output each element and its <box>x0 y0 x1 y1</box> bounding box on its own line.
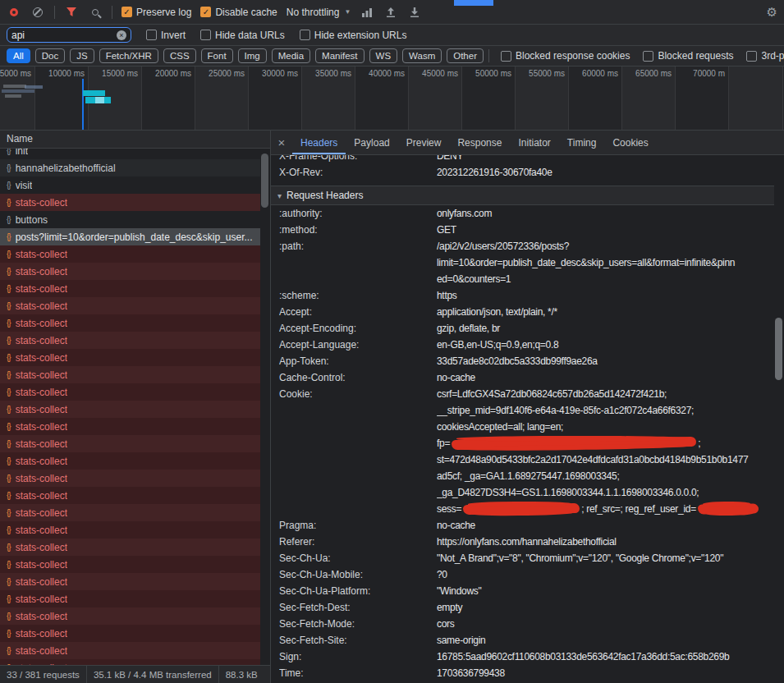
header-value: empty <box>437 599 774 616</box>
import-har-button[interactable] <box>383 5 398 20</box>
request-row[interactable]: {} stats-collect <box>0 607 260 625</box>
hide-data-urls-checkbox[interactable]: Hide data URLs <box>200 30 285 41</box>
request-row[interactable]: {} stats-collect <box>0 556 260 573</box>
record-button[interactable] <box>7 5 21 20</box>
details-tab[interactable]: Payload <box>346 131 397 154</box>
request-row[interactable]: {} visit <box>0 176 260 194</box>
settings-gear-icon[interactable]: ⚙ <box>767 5 777 20</box>
header-name: Sec-Ch-Ua-Platform: <box>279 583 437 599</box>
request-row[interactable]: {} stats-collect <box>0 487 260 504</box>
header-row: Sec-Fetch-Dest: empty <box>271 599 774 616</box>
search-button[interactable] <box>88 5 103 20</box>
type-filter-chip[interactable]: WS <box>369 48 398 63</box>
request-row[interactable]: {} stats-collect <box>0 383 260 401</box>
request-row[interactable]: {} stats-collect <box>0 435 260 452</box>
scrollbar-thumb[interactable] <box>775 318 782 380</box>
script-braces-icon: {} <box>7 181 11 190</box>
toolbar-divider <box>54 6 55 19</box>
type-filter-chip[interactable]: Fetch/XHR <box>99 48 158 63</box>
funnel-icon <box>66 7 77 17</box>
request-row[interactable]: {} buttons <box>0 211 260 228</box>
request-row[interactable]: {} stats-collect <box>0 659 260 665</box>
request-list-scrollbar[interactable] <box>260 149 270 665</box>
type-filter-chip[interactable]: CSS <box>163 48 196 63</box>
filter-button[interactable] <box>64 5 79 20</box>
request-row[interactable]: {} stats-collect <box>0 470 260 487</box>
filter-option-checkbox[interactable]: Blocked requests <box>643 50 733 62</box>
clear-filter-icon[interactable]: × <box>117 30 126 40</box>
details-tab[interactable]: Preview <box>398 131 450 154</box>
request-row[interactable]: {} stats-collect <box>0 332 260 349</box>
hide-extension-urls-label: Hide extension URLs <box>314 30 407 41</box>
invert-label: Invert <box>161 30 186 41</box>
type-filter-chip[interactable]: Doc <box>35 48 65 63</box>
request-row[interactable]: {} stats-collect <box>0 590 260 607</box>
type-filter-chip[interactable]: Wasm <box>402 48 442 63</box>
request-row[interactable]: {} init <box>0 149 260 159</box>
request-row[interactable]: {} stats-collect <box>0 297 260 314</box>
scrollbar-thumb[interactable] <box>261 154 268 208</box>
request-row[interactable]: {} stats-collect <box>0 280 260 297</box>
details-scrollbar[interactable] <box>774 155 784 683</box>
request-row[interactable]: {} stats-collect <box>0 349 260 366</box>
type-filter-chip[interactable]: All <box>7 48 30 63</box>
preserve-log-checkbox[interactable]: ✓ Preserve log <box>121 7 191 18</box>
request-row[interactable]: {} stats-collect <box>0 263 260 280</box>
network-conditions-button[interactable] <box>360 5 374 20</box>
header-name: :method: <box>279 222 437 238</box>
request-row[interactable]: {} stats-collect <box>0 642 260 659</box>
request-list: {} init {} hannahelizabethofficial {} vi… <box>0 149 260 665</box>
disable-cache-checkbox[interactable]: ✓ Disable cache <box>200 7 277 18</box>
type-filter-chip[interactable]: Font <box>201 48 233 63</box>
request-row[interactable]: {} posts?limit=10&order=publish_date_des… <box>0 228 260 245</box>
request-row[interactable]: {} hannahelizabethofficial <box>0 159 260 176</box>
request-row[interactable]: {} stats-collect <box>0 245 260 263</box>
script-braces-icon: {} <box>7 577 11 586</box>
type-filter-chip[interactable]: Media <box>272 48 310 63</box>
export-har-button[interactable] <box>407 5 422 20</box>
details-tab[interactable]: Initiator <box>510 131 558 154</box>
filter-option-checkbox[interactable]: 3rd-party requests <box>746 50 784 62</box>
type-filter-chip[interactable]: Manifest <box>315 48 364 63</box>
header-row: Cache-Control: no-cache <box>271 369 774 386</box>
details-tab[interactable]: Cookies <box>604 131 656 154</box>
request-row[interactable]: {} stats-collect <box>0 521 260 539</box>
header-row: Pragma: no-cache <box>271 517 774 534</box>
type-filter-chips: All Doc JS Fetch/XHR CSS Font Img Media … <box>7 48 484 63</box>
filter-option-checkbox[interactable]: Blocked response cookies <box>501 50 630 62</box>
invert-checkbox[interactable]: Invert <box>146 30 186 41</box>
toolbar-divider <box>488 49 489 62</box>
request-row[interactable]: {} stats-collect <box>0 401 260 418</box>
header-name: :scheme: <box>279 287 437 304</box>
request-row[interactable]: {} stats-collect <box>0 504 260 521</box>
request-name: stats-collect <box>16 266 67 277</box>
waterfall-bar <box>25 85 43 89</box>
details-tab[interactable]: Timing <box>559 131 605 154</box>
hide-extension-urls-checkbox[interactable]: Hide extension URLs <box>300 30 407 41</box>
filter-input[interactable]: api × <box>7 27 131 43</box>
header-name: Time: <box>279 665 437 681</box>
request-row[interactable]: {} stats-collect <box>0 366 260 383</box>
request-row[interactable]: {} stats-collect <box>0 539 260 556</box>
hide-data-urls-label: Hide data URLs <box>215 30 285 41</box>
request-row[interactable]: {} stats-collect <box>0 194 260 211</box>
throttling-dropdown[interactable]: No throttling ▼ <box>287 7 351 18</box>
request-row[interactable]: {} stats-collect <box>0 625 260 642</box>
request-row[interactable]: {} stats-collect <box>0 452 260 470</box>
request-row[interactable]: {} stats-collect <box>0 573 260 590</box>
timeline-overview[interactable]: 5000 ms 10000 ms 15000 ms 20000 ms 25000… <box>0 66 784 131</box>
type-filter-chip[interactable]: Img <box>238 48 267 63</box>
type-filter-chip[interactable]: JS <box>70 48 94 63</box>
close-details-icon[interactable]: × <box>271 131 292 154</box>
request-row[interactable]: {} stats-collect <box>0 418 260 435</box>
details-tab[interactable]: Headers <box>292 131 346 154</box>
details-tab[interactable]: Response <box>449 131 510 154</box>
type-filter-chip[interactable]: Other <box>447 48 484 63</box>
name-column-header[interactable]: Name <box>0 131 270 149</box>
request-headers-section[interactable]: ▾ Request Headers <box>271 186 774 205</box>
request-row[interactable]: {} stats-collect <box>0 314 260 332</box>
clear-button[interactable] <box>30 5 45 20</box>
timeline-tick: 5000 ms <box>0 66 35 130</box>
search-icon <box>92 9 99 16</box>
request-name: stats-collect <box>16 387 67 398</box>
